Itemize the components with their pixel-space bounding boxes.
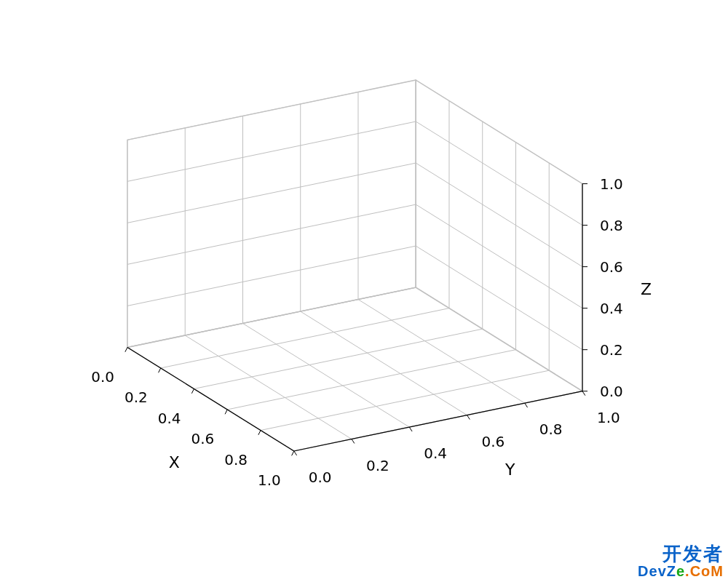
svg-line-46	[525, 403, 528, 407]
svg-line-43	[352, 439, 355, 444]
svg-line-23	[127, 80, 416, 140]
svg-line-1	[161, 308, 449, 368]
svg-line-39	[225, 410, 227, 414]
svg-line-35	[416, 80, 582, 184]
y-tick-label: 0.2	[366, 457, 389, 474]
x-tick-label: 0.0	[91, 368, 114, 386]
svg-line-2	[194, 329, 483, 388]
y-axis-label: Y	[505, 461, 515, 479]
z-tick-label: 0.6	[600, 258, 623, 276]
svg-line-9	[301, 311, 467, 415]
svg-line-42	[294, 451, 297, 455]
y-tick-label: 0.0	[309, 469, 332, 486]
svg-line-37	[159, 368, 161, 372]
svg-line-34	[416, 121, 582, 226]
x-tick-label: 0.2	[124, 388, 148, 406]
z-tick-label: 0.2	[600, 341, 623, 359]
svg-line-32	[416, 204, 582, 308]
svg-line-21	[127, 163, 416, 223]
y-tick-label: 1.0	[597, 409, 620, 426]
z-tick-label: 0.4	[600, 300, 623, 317]
svg-line-38	[191, 388, 194, 393]
x-tick-label: 0.4	[158, 410, 181, 427]
x-axis-label: X	[169, 453, 180, 471]
x-tick-label: 0.8	[224, 451, 248, 469]
svg-line-31	[416, 246, 582, 350]
y-tick-label: 0.4	[424, 445, 447, 462]
svg-line-44	[409, 427, 412, 431]
svg-line-18	[127, 287, 416, 347]
plot-3d-axes: 0.00.20.40.60.81.00.00.20.40.60.81.00.00…	[0, 0, 728, 582]
svg-line-45	[467, 415, 470, 420]
svg-line-33	[416, 163, 582, 267]
svg-line-47	[582, 391, 585, 396]
chart-container: 0.00.20.40.60.81.00.00.20.40.60.81.00.00…	[0, 0, 728, 582]
y-tick-label: 0.8	[539, 420, 563, 438]
z-axis-label: Z	[641, 280, 652, 298]
svg-line-7	[185, 335, 352, 439]
svg-line-8	[242, 324, 409, 428]
z-tick-label: 0.8	[600, 217, 623, 234]
x-tick-label: 1.0	[258, 471, 281, 489]
z-tick-label: 1.0	[600, 175, 623, 193]
svg-line-20	[127, 204, 416, 264]
svg-line-10	[358, 300, 525, 404]
svg-line-4	[261, 370, 549, 430]
svg-line-3	[227, 350, 515, 410]
svg-line-30	[416, 287, 582, 391]
svg-line-40	[258, 430, 261, 434]
z-tick-label: 0.0	[600, 383, 623, 400]
svg-line-36	[125, 347, 127, 351]
x-tick-label: 0.6	[191, 430, 214, 447]
svg-line-41	[292, 451, 294, 455]
y-tick-label: 0.6	[482, 433, 505, 450]
